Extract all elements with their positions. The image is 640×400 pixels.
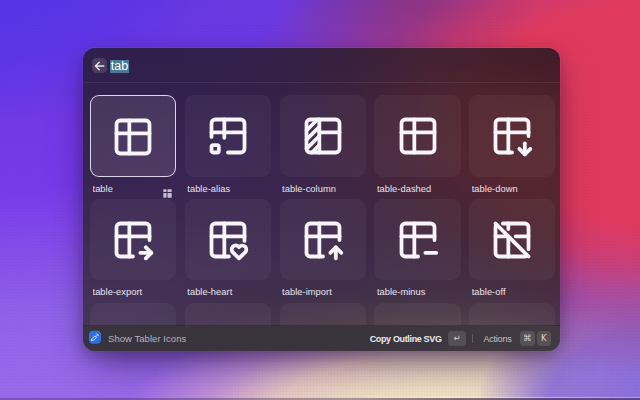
pen-icon bbox=[90, 333, 100, 343]
table-export-icon bbox=[111, 218, 155, 262]
icon-cell-partial[interactable] bbox=[185, 303, 271, 326]
k-keycap: K bbox=[537, 331, 552, 346]
icon-cell-table-import[interactable]: table-import bbox=[280, 199, 366, 281]
back-button[interactable] bbox=[92, 58, 107, 73]
raycast-window: tab tabletable-aliastable-columntable-da… bbox=[83, 48, 560, 351]
icon-grid: tabletable-aliastable-columntable-dashed… bbox=[83, 83, 560, 326]
icon-label: table-dashed bbox=[377, 184, 459, 194]
table-dashed-icon bbox=[396, 114, 440, 158]
icon-tile[interactable] bbox=[280, 199, 366, 281]
icon-tile[interactable] bbox=[469, 303, 555, 326]
icon-cell-table-export[interactable]: table-export bbox=[90, 199, 176, 281]
icon-label: table-off bbox=[472, 287, 554, 297]
table-alias-icon bbox=[206, 114, 250, 158]
icon-cell-table[interactable]: table bbox=[90, 95, 176, 177]
icon-label: table-import bbox=[282, 287, 364, 297]
search-input[interactable]: tab bbox=[110, 60, 129, 74]
icon-label: table-heart bbox=[187, 287, 269, 297]
footer-actions: Copy Outline SVG ↵ Actions ⌘ K bbox=[370, 331, 551, 346]
icon-tile[interactable] bbox=[280, 303, 366, 326]
primary-action-button[interactable]: Copy Outline SVG bbox=[370, 334, 442, 344]
icon-tile[interactable] bbox=[469, 95, 555, 177]
search-header: tab bbox=[83, 48, 560, 83]
icon-tile[interactable] bbox=[280, 95, 366, 177]
icon-tile[interactable] bbox=[185, 303, 271, 326]
enter-keycap: ↵ bbox=[448, 331, 466, 346]
k-key-label: K bbox=[541, 334, 547, 343]
icon-label: table-alias bbox=[187, 184, 269, 194]
screen-bottom-edge bbox=[0, 397, 640, 399]
table-off-icon bbox=[490, 218, 534, 262]
table-icon bbox=[111, 115, 155, 159]
icon-cell-partial[interactable] bbox=[374, 303, 460, 326]
icon-tile[interactable] bbox=[374, 199, 460, 281]
tabler-extension-icon bbox=[89, 331, 102, 344]
cmd-keycap: ⌘ bbox=[520, 331, 535, 346]
cmd-icon: ⌘ bbox=[523, 334, 532, 343]
footer-separator bbox=[472, 334, 473, 343]
icon-tile[interactable] bbox=[185, 95, 271, 177]
table-column-icon bbox=[301, 114, 345, 158]
icon-cell-table-column[interactable]: table-column bbox=[280, 95, 366, 177]
icon-tile[interactable] bbox=[374, 303, 460, 326]
icon-cell-table-off[interactable]: table-off bbox=[469, 199, 555, 281]
icon-cell-table-minus[interactable]: table-minus bbox=[374, 199, 460, 281]
icon-label: table-column bbox=[282, 184, 364, 194]
icon-tile[interactable] bbox=[90, 95, 176, 177]
icon-label: table-export bbox=[93, 287, 175, 297]
icon-tile[interactable] bbox=[90, 303, 176, 326]
icon-tile[interactable] bbox=[469, 199, 555, 281]
actions-button[interactable]: Actions bbox=[483, 334, 511, 344]
icon-cell-partial[interactable] bbox=[280, 303, 366, 326]
icon-cell-partial[interactable] bbox=[469, 303, 555, 326]
icon-label: table bbox=[93, 184, 164, 194]
icon-tile[interactable] bbox=[374, 95, 460, 177]
icon-tile[interactable] bbox=[90, 199, 176, 281]
table-import-icon bbox=[301, 218, 345, 262]
icon-cell-table-heart[interactable]: table-heart bbox=[185, 199, 271, 281]
icon-label: table-down bbox=[472, 184, 554, 194]
icon-cell-table-alias[interactable]: table-alias bbox=[185, 95, 271, 177]
extension-chip: Show Tabler Icons bbox=[89, 332, 187, 345]
table-heart-icon bbox=[206, 218, 250, 262]
action-bar: Show Tabler Icons Copy Outline SVG ↵ Act… bbox=[83, 326, 560, 351]
selected-kind-badge-icon bbox=[163, 184, 172, 193]
arrow-left-icon bbox=[94, 61, 105, 71]
table-minus-icon bbox=[396, 218, 440, 262]
icon-label: table-minus bbox=[377, 287, 459, 297]
icon-tile[interactable] bbox=[185, 199, 271, 281]
extension-name: Show Tabler Icons bbox=[108, 333, 186, 344]
icon-cell-table-dashed[interactable]: table-dashed bbox=[374, 95, 460, 177]
table-down-icon bbox=[490, 114, 534, 158]
return-icon: ↵ bbox=[454, 334, 461, 343]
icon-cell-partial[interactable] bbox=[90, 303, 176, 326]
icon-cell-table-down[interactable]: table-down bbox=[469, 95, 555, 177]
